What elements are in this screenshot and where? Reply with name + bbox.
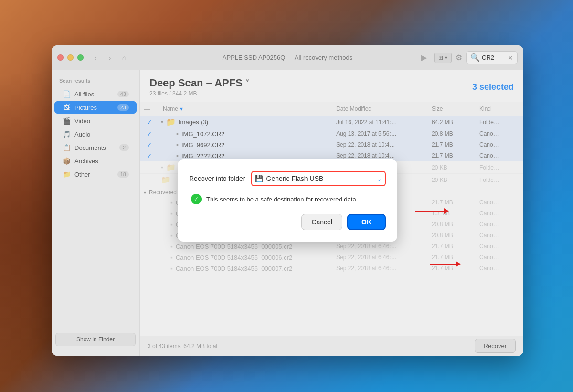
destination-select[interactable]: Generic Flash USB bbox=[251, 171, 386, 186]
dialog-overlay: Recover into folder 💾 Generic Flash USB … bbox=[52, 45, 523, 356]
safe-message-text: This seems to be a safe destination for … bbox=[206, 196, 356, 203]
dialog-buttons: Cancel OK bbox=[189, 214, 386, 230]
dialog-label: Recover into folder bbox=[189, 175, 245, 182]
recover-dialog: Recover into folder 💾 Generic Flash USB … bbox=[178, 159, 397, 242]
cancel-button[interactable]: Cancel bbox=[301, 214, 342, 230]
safe-message-row: ✓ This seems to be a safe destination fo… bbox=[189, 194, 386, 204]
dialog-select-wrapper: 💾 Generic Flash USB ⌄ bbox=[251, 171, 386, 186]
dialog-folder-row: Recover into folder 💾 Generic Flash USB … bbox=[189, 171, 386, 186]
safe-check-icon: ✓ bbox=[191, 194, 202, 204]
main-window: ‹ › ⌂ APPLE SSD AP0256Q — All recovery m… bbox=[52, 45, 523, 356]
ok-button[interactable]: OK bbox=[347, 214, 386, 230]
